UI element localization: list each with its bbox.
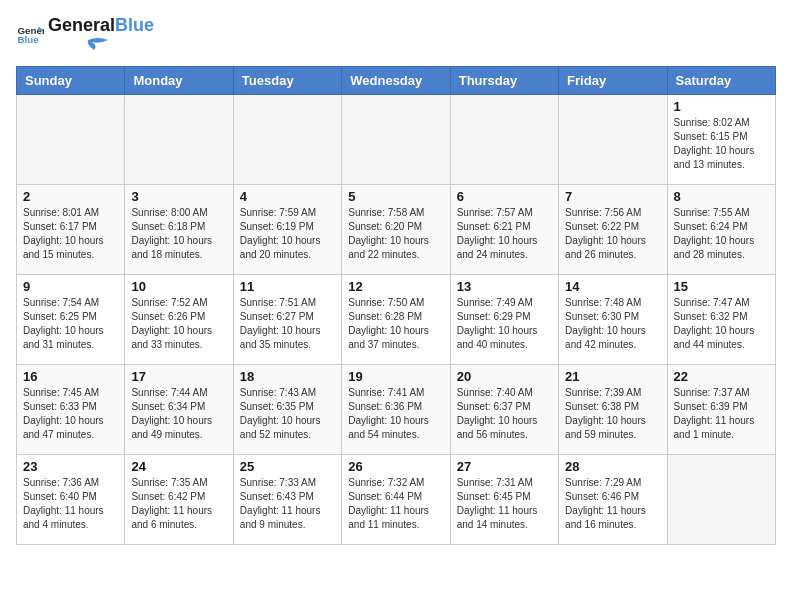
calendar-day-13: 13Sunrise: 7:49 AM Sunset: 6:29 PM Dayli… (450, 274, 558, 364)
day-number: 4 (240, 189, 335, 204)
calendar-day-empty (667, 454, 775, 544)
calendar-day-10: 10Sunrise: 7:52 AM Sunset: 6:26 PM Dayli… (125, 274, 233, 364)
day-info: Sunrise: 7:39 AM Sunset: 6:38 PM Dayligh… (565, 386, 660, 442)
calendar-day-7: 7Sunrise: 7:56 AM Sunset: 6:22 PM Daylig… (559, 184, 667, 274)
day-info: Sunrise: 7:32 AM Sunset: 6:44 PM Dayligh… (348, 476, 443, 532)
calendar-day-19: 19Sunrise: 7:41 AM Sunset: 6:36 PM Dayli… (342, 364, 450, 454)
calendar-day-2: 2Sunrise: 8:01 AM Sunset: 6:17 PM Daylig… (17, 184, 125, 274)
calendar-day-empty (233, 94, 341, 184)
calendar-day-12: 12Sunrise: 7:50 AM Sunset: 6:28 PM Dayli… (342, 274, 450, 364)
day-number: 23 (23, 459, 118, 474)
day-info: Sunrise: 7:45 AM Sunset: 6:33 PM Dayligh… (23, 386, 118, 442)
calendar-week-row: 23Sunrise: 7:36 AM Sunset: 6:40 PM Dayli… (17, 454, 776, 544)
logo-blue: Blue (115, 15, 154, 35)
calendar-day-empty (559, 94, 667, 184)
calendar-day-17: 17Sunrise: 7:44 AM Sunset: 6:34 PM Dayli… (125, 364, 233, 454)
day-number: 25 (240, 459, 335, 474)
col-header-tuesday: Tuesday (233, 66, 341, 94)
day-number: 10 (131, 279, 226, 294)
day-info: Sunrise: 7:48 AM Sunset: 6:30 PM Dayligh… (565, 296, 660, 352)
day-number: 21 (565, 369, 660, 384)
calendar-day-6: 6Sunrise: 7:57 AM Sunset: 6:21 PM Daylig… (450, 184, 558, 274)
day-info: Sunrise: 7:51 AM Sunset: 6:27 PM Dayligh… (240, 296, 335, 352)
day-number: 5 (348, 189, 443, 204)
day-number: 19 (348, 369, 443, 384)
day-info: Sunrise: 7:56 AM Sunset: 6:22 PM Dayligh… (565, 206, 660, 262)
calendar-week-row: 2Sunrise: 8:01 AM Sunset: 6:17 PM Daylig… (17, 184, 776, 274)
day-number: 12 (348, 279, 443, 294)
day-number: 6 (457, 189, 552, 204)
calendar-day-empty (450, 94, 558, 184)
col-header-saturday: Saturday (667, 66, 775, 94)
day-info: Sunrise: 7:55 AM Sunset: 6:24 PM Dayligh… (674, 206, 769, 262)
calendar-day-empty (125, 94, 233, 184)
calendar-day-26: 26Sunrise: 7:32 AM Sunset: 6:44 PM Dayli… (342, 454, 450, 544)
day-number: 3 (131, 189, 226, 204)
calendar-day-28: 28Sunrise: 7:29 AM Sunset: 6:46 PM Dayli… (559, 454, 667, 544)
logo-bird-icon (48, 36, 108, 50)
day-number: 20 (457, 369, 552, 384)
day-info: Sunrise: 7:35 AM Sunset: 6:42 PM Dayligh… (131, 476, 226, 532)
day-info: Sunrise: 7:43 AM Sunset: 6:35 PM Dayligh… (240, 386, 335, 442)
calendar-day-23: 23Sunrise: 7:36 AM Sunset: 6:40 PM Dayli… (17, 454, 125, 544)
day-number: 8 (674, 189, 769, 204)
calendar-day-18: 18Sunrise: 7:43 AM Sunset: 6:35 PM Dayli… (233, 364, 341, 454)
day-info: Sunrise: 7:57 AM Sunset: 6:21 PM Dayligh… (457, 206, 552, 262)
calendar-day-15: 15Sunrise: 7:47 AM Sunset: 6:32 PM Dayli… (667, 274, 775, 364)
day-info: Sunrise: 8:00 AM Sunset: 6:18 PM Dayligh… (131, 206, 226, 262)
calendar-day-1: 1Sunrise: 8:02 AM Sunset: 6:15 PM Daylig… (667, 94, 775, 184)
day-number: 16 (23, 369, 118, 384)
day-number: 26 (348, 459, 443, 474)
calendar-day-14: 14Sunrise: 7:48 AM Sunset: 6:30 PM Dayli… (559, 274, 667, 364)
day-info: Sunrise: 7:54 AM Sunset: 6:25 PM Dayligh… (23, 296, 118, 352)
day-number: 9 (23, 279, 118, 294)
calendar-day-8: 8Sunrise: 7:55 AM Sunset: 6:24 PM Daylig… (667, 184, 775, 274)
calendar-day-27: 27Sunrise: 7:31 AM Sunset: 6:45 PM Dayli… (450, 454, 558, 544)
calendar-day-16: 16Sunrise: 7:45 AM Sunset: 6:33 PM Dayli… (17, 364, 125, 454)
day-info: Sunrise: 7:52 AM Sunset: 6:26 PM Dayligh… (131, 296, 226, 352)
day-info: Sunrise: 7:50 AM Sunset: 6:28 PM Dayligh… (348, 296, 443, 352)
day-info: Sunrise: 7:47 AM Sunset: 6:32 PM Dayligh… (674, 296, 769, 352)
logo-icon: General Blue (16, 21, 44, 49)
day-info: Sunrise: 7:40 AM Sunset: 6:37 PM Dayligh… (457, 386, 552, 442)
day-info: Sunrise: 8:02 AM Sunset: 6:15 PM Dayligh… (674, 116, 769, 172)
col-header-monday: Monday (125, 66, 233, 94)
day-number: 15 (674, 279, 769, 294)
calendar-day-24: 24Sunrise: 7:35 AM Sunset: 6:42 PM Dayli… (125, 454, 233, 544)
day-info: Sunrise: 7:59 AM Sunset: 6:19 PM Dayligh… (240, 206, 335, 262)
calendar-day-4: 4Sunrise: 7:59 AM Sunset: 6:19 PM Daylig… (233, 184, 341, 274)
day-info: Sunrise: 7:41 AM Sunset: 6:36 PM Dayligh… (348, 386, 443, 442)
page-header: General Blue GeneralBlue (16, 16, 776, 54)
calendar-day-empty (342, 94, 450, 184)
calendar-week-row: 16Sunrise: 7:45 AM Sunset: 6:33 PM Dayli… (17, 364, 776, 454)
calendar-day-20: 20Sunrise: 7:40 AM Sunset: 6:37 PM Dayli… (450, 364, 558, 454)
day-number: 24 (131, 459, 226, 474)
day-number: 18 (240, 369, 335, 384)
day-number: 28 (565, 459, 660, 474)
calendar-day-3: 3Sunrise: 8:00 AM Sunset: 6:18 PM Daylig… (125, 184, 233, 274)
calendar-day-9: 9Sunrise: 7:54 AM Sunset: 6:25 PM Daylig… (17, 274, 125, 364)
day-info: Sunrise: 7:49 AM Sunset: 6:29 PM Dayligh… (457, 296, 552, 352)
calendar-week-row: 9Sunrise: 7:54 AM Sunset: 6:25 PM Daylig… (17, 274, 776, 364)
calendar-day-empty (17, 94, 125, 184)
day-info: Sunrise: 7:31 AM Sunset: 6:45 PM Dayligh… (457, 476, 552, 532)
svg-text:Blue: Blue (17, 34, 39, 45)
logo-general: General (48, 15, 115, 35)
day-number: 27 (457, 459, 552, 474)
col-header-sunday: Sunday (17, 66, 125, 94)
day-info: Sunrise: 7:58 AM Sunset: 6:20 PM Dayligh… (348, 206, 443, 262)
calendar-header-row: SundayMondayTuesdayWednesdayThursdayFrid… (17, 66, 776, 94)
day-number: 1 (674, 99, 769, 114)
day-info: Sunrise: 7:33 AM Sunset: 6:43 PM Dayligh… (240, 476, 335, 532)
col-header-friday: Friday (559, 66, 667, 94)
day-info: Sunrise: 7:29 AM Sunset: 6:46 PM Dayligh… (565, 476, 660, 532)
calendar-day-21: 21Sunrise: 7:39 AM Sunset: 6:38 PM Dayli… (559, 364, 667, 454)
calendar-week-row: 1Sunrise: 8:02 AM Sunset: 6:15 PM Daylig… (17, 94, 776, 184)
calendar-day-5: 5Sunrise: 7:58 AM Sunset: 6:20 PM Daylig… (342, 184, 450, 274)
col-header-thursday: Thursday (450, 66, 558, 94)
day-info: Sunrise: 7:44 AM Sunset: 6:34 PM Dayligh… (131, 386, 226, 442)
day-number: 11 (240, 279, 335, 294)
calendar-table: SundayMondayTuesdayWednesdayThursdayFrid… (16, 66, 776, 545)
day-info: Sunrise: 7:36 AM Sunset: 6:40 PM Dayligh… (23, 476, 118, 532)
day-number: 2 (23, 189, 118, 204)
